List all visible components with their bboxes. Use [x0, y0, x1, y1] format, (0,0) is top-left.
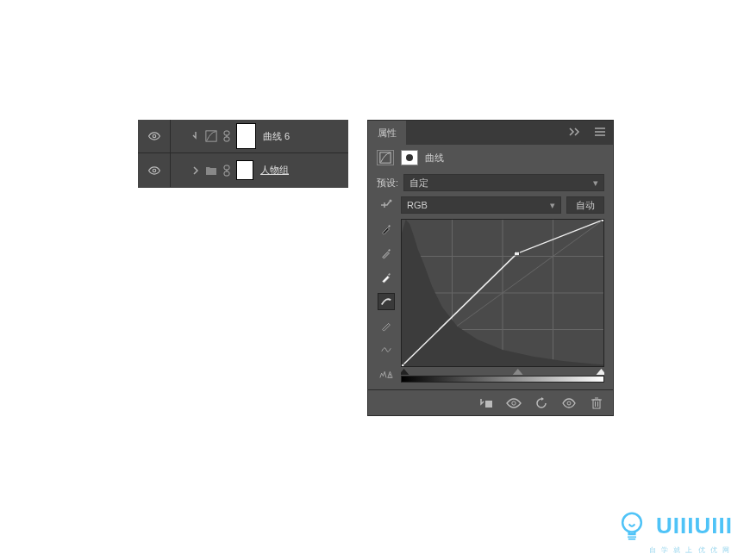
preset-value: 自定 [409, 177, 428, 190]
eye-icon [148, 130, 160, 142]
layer-mask-thumb[interactable] [236, 123, 256, 149]
gradient-ramp [401, 376, 604, 383]
svg-rect-6 [224, 165, 229, 170]
layer-row-group[interactable]: 人物组 [138, 153, 348, 187]
watermark-brand: UIIIUIII [656, 513, 733, 539]
svg-rect-24 [402, 364, 404, 366]
svg-point-14 [390, 200, 392, 202]
reset-icon[interactable] [534, 395, 549, 411]
visibility-toggle[interactable] [138, 120, 171, 152]
svg-rect-26 [601, 220, 603, 221]
layer-row-curves[interactable]: 曲线 6 [138, 120, 348, 153]
curve-tools [377, 219, 396, 383]
layer-mask-thumb[interactable] [236, 160, 253, 180]
svg-point-0 [153, 134, 156, 138]
trash-icon[interactable] [589, 395, 604, 411]
pencil-tool-icon[interactable] [378, 317, 395, 334]
svg-rect-3 [224, 137, 229, 141]
link-icon [221, 130, 233, 142]
smooth-curve-icon[interactable] [378, 341, 395, 358]
preset-label: 预设: [377, 177, 398, 190]
svg-marker-32 [541, 397, 544, 401]
curves-adjustment-icon [205, 130, 217, 142]
svg-marker-28 [513, 369, 523, 375]
targeted-adjust-icon[interactable] [377, 197, 396, 213]
svg-rect-34 [593, 400, 600, 408]
preset-row: 预设: 自定 ▾ [368, 171, 613, 196]
link-icon [221, 165, 233, 177]
eye-icon [148, 165, 160, 177]
svg-point-5 [153, 169, 156, 172]
svg-marker-27 [401, 369, 409, 375]
layer-content: 曲线 6 [171, 123, 348, 149]
chevron-down-icon: ▾ [593, 177, 598, 189]
properties-tab[interactable]: 属性 [368, 121, 406, 145]
properties-panel: 属性 曲线 预设: 自定 ▾ RGB ▾ 自动 [367, 120, 614, 416]
curve-point-tool-icon[interactable] [378, 293, 395, 310]
white-point-eyedropper-icon[interactable] [378, 269, 395, 286]
layer-content: 人物组 [171, 160, 348, 180]
curves-type-icon [377, 150, 394, 165]
svg-point-33 [567, 401, 571, 405]
collapse-icon[interactable] [561, 128, 587, 138]
bulb-icon [615, 508, 649, 543]
visibility-toggle[interactable] [138, 153, 171, 187]
black-point-eyedropper-icon[interactable] [378, 221, 395, 238]
preset-select[interactable]: 自定 ▾ [403, 174, 604, 191]
svg-point-13 [406, 154, 413, 161]
expand-chevron-icon[interactable] [190, 165, 202, 177]
adjustment-type-row: 曲线 [368, 145, 613, 171]
watermark-subtitle: 自 学 就 上 优 优 网 [649, 545, 731, 555]
watermark: UIIIUIII [615, 508, 733, 543]
channel-value: RGB [407, 200, 428, 210]
gray-point-eyedropper-icon[interactable] [378, 245, 395, 262]
toggle-visibility-icon[interactable] [561, 395, 577, 411]
svg-point-39 [622, 513, 641, 532]
clip-warning-icon[interactable] [378, 365, 395, 383]
layer-name[interactable]: 人物组 [260, 164, 289, 177]
svg-rect-25 [514, 252, 519, 255]
folder-icon [205, 165, 217, 177]
curve-graph[interactable] [401, 219, 604, 367]
svg-point-16 [390, 376, 391, 376]
view-previous-icon[interactable] [506, 395, 522, 411]
properties-footer [368, 389, 613, 415]
layers-panel: 曲线 6 人物组 [138, 120, 348, 188]
channel-row: RGB ▾ 自动 [368, 196, 613, 219]
svg-rect-7 [224, 171, 229, 176]
mask-indicator-icon[interactable] [401, 150, 418, 165]
input-slider[interactable] [401, 367, 604, 376]
clip-indicator-icon [190, 130, 202, 142]
chevron-down-icon: ▾ [550, 200, 555, 211]
layer-name[interactable]: 曲线 6 [263, 130, 290, 143]
adjustment-name: 曲线 [425, 152, 444, 165]
svg-marker-29 [597, 369, 604, 375]
svg-point-31 [512, 401, 516, 404]
svg-rect-30 [485, 401, 492, 408]
channel-select[interactable]: RGB ▾ [401, 196, 561, 214]
panel-menu-icon[interactable] [587, 127, 613, 139]
clip-to-layer-icon[interactable] [478, 395, 494, 411]
auto-button[interactable]: 自动 [566, 196, 604, 214]
curve-editor-area [368, 219, 613, 389]
svg-rect-2 [224, 131, 229, 135]
properties-header: 属性 [368, 121, 613, 145]
